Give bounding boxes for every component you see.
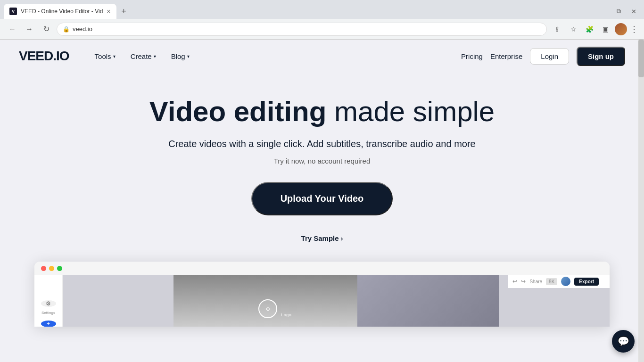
export-button[interactable]: Export [574,278,599,286]
address-bar[interactable]: 🔒 veed.io [57,23,547,36]
tab-favicon: V [9,8,17,15]
collaborator-avatar [561,277,570,286]
traffic-light-green [57,266,62,271]
forward-button[interactable]: → [23,23,36,36]
bookmark-button[interactable]: ☆ [567,23,580,36]
layout-button[interactable]: ▣ [599,23,612,36]
editor-canvas: ⊙ Logo ↩ ↪ Share 8K Export ↑ [63,275,610,327]
try-sample-link[interactable]: Try Sample › [301,234,343,242]
navbar: VEED.IO Tools ▾ Create ▾ Blog ▾ Pricing … [0,40,644,73]
back-button[interactable]: ← [6,23,19,36]
lock-icon: 🔒 [63,26,70,33]
share-page-button[interactable]: ⇪ [551,23,564,36]
nav-item-create[interactable]: Create ▾ [124,49,163,64]
site-logo[interactable]: VEED.IO [19,49,69,64]
tools-chevron-icon: ▾ [113,54,116,59]
nav-item-tools[interactable]: Tools ▾ [88,49,122,64]
scrollbar-thumb[interactable] [638,40,644,77]
new-tab-button[interactable]: + [116,4,132,19]
logo-text: Logo [281,313,291,317]
signup-button[interactable]: Sign up [577,47,625,66]
settings-label: Settings [41,311,55,315]
upload-video-button[interactable]: Upload Your Video [251,182,393,215]
editor-preview: ⚙ Settings + ⊙ Logo [34,262,610,327]
hero-subtitle: Create videos with a single click. Add s… [9,139,635,149]
add-icon: + [41,321,56,327]
window-minimize-button[interactable]: — [597,5,610,18]
hero-title: Video editing made simple [9,96,635,127]
editor-body: ⚙ Settings + ⊙ Logo [34,275,610,327]
hero-note: Try it now, no account required [9,157,635,165]
traffic-light-red [41,266,46,271]
nav-enterprise-link[interactable]: Enterprise [490,52,522,60]
tab-title: VEED - Online Video Editor - Vid [21,8,103,15]
chat-button[interactable]: 💬 [612,330,635,353]
blog-chevron-icon: ▾ [187,54,190,59]
settings-icon: ⚙ [41,300,56,307]
refresh-button[interactable]: ↻ [40,23,53,36]
profile-avatar[interactable] [615,23,627,35]
nav-item-blog[interactable]: Blog ▾ [165,49,196,64]
nav-right: Pricing Enterprise Login Sign up [461,47,625,66]
extension-button[interactable]: 🧩 [583,23,596,36]
redo-icon[interactable]: ↪ [521,278,526,285]
undo-icon[interactable]: ↩ [512,278,517,285]
browser-tab[interactable]: V VEED - Online Video Editor - Vid × [4,4,116,19]
nav-links: Tools ▾ Create ▾ Blog ▾ [88,49,196,64]
create-chevron-icon: ▾ [154,54,156,59]
browser-menu-button[interactable]: ⋮ [630,24,638,34]
window-close-button[interactable]: ✕ [627,5,640,18]
editor-title-bar [34,262,610,275]
editor-toolbar: ↩ ↪ Share 8K Export ↑ [508,275,610,288]
sample-arrow-icon: › [341,235,343,242]
website-content: VEED.IO Tools ▾ Create ▾ Blog ▾ Pricing … [0,40,644,362]
logo-overlay: ⊙ [258,299,277,318]
login-button[interactable]: Login [530,48,569,65]
tab-close-button[interactable]: × [107,8,110,15]
hero-section: Video editing made simple Create videos … [0,73,644,252]
nav-pricing-link[interactable]: Pricing [461,52,483,60]
editor-sidebar: ⚙ Settings + [34,275,63,327]
scrollbar[interactable] [638,40,644,362]
user-count: 8K [546,278,557,285]
export-icon: ↑ [603,279,605,284]
traffic-light-yellow [49,266,54,271]
chat-icon: 💬 [618,336,629,347]
share-label[interactable]: Share [529,279,542,284]
address-text: veed.io [73,25,92,33]
window-restore-button[interactable]: ⧉ [612,5,625,18]
